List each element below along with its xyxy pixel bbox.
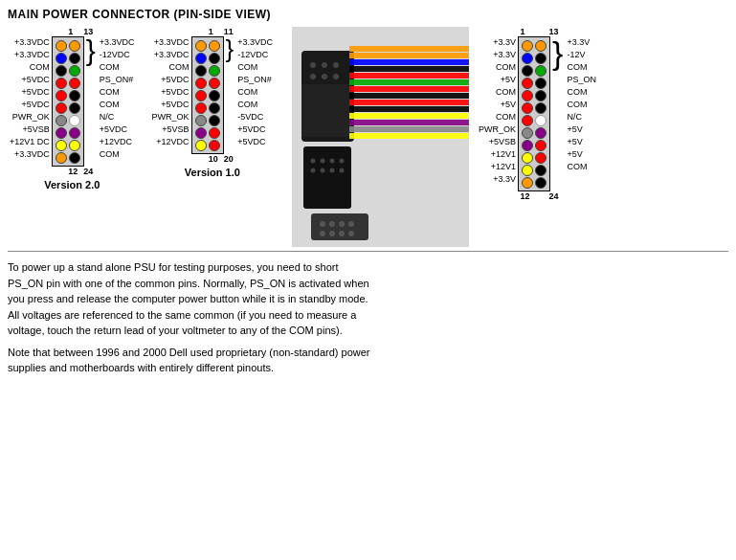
pin <box>209 102 220 114</box>
svg-rect-26 <box>349 100 469 105</box>
svg-point-17 <box>340 168 345 173</box>
pin <box>522 40 533 52</box>
pin <box>56 65 67 77</box>
pin <box>56 40 67 52</box>
svg-point-39 <box>339 231 345 236</box>
svg-rect-23 <box>349 79 469 85</box>
pin <box>209 140 220 151</box>
svg-rect-29 <box>349 120 469 125</box>
svg-point-14 <box>311 168 316 173</box>
pin <box>195 78 207 89</box>
svg-rect-9 <box>303 146 351 209</box>
v20-col1 <box>56 39 67 164</box>
pin <box>195 127 207 139</box>
v10-left-labels: +3.3VDC +3.3VDC COM +5VDC +5VDC +5VDC PW… <box>150 36 191 148</box>
pin <box>195 102 207 114</box>
pin <box>522 90 533 101</box>
svg-rect-24 <box>349 86 469 92</box>
v20-pins <box>52 36 84 167</box>
pin <box>195 40 207 52</box>
v20-body: +3.3VDC +3.3VDC COM +5VDC +5VDC +5VDC PW… <box>8 36 137 167</box>
v10-bottom-nums: 10 20 <box>188 154 237 164</box>
svg-point-15 <box>321 168 325 173</box>
svg-rect-27 <box>349 106 469 112</box>
pin <box>209 78 220 89</box>
svg-point-35 <box>339 221 345 227</box>
pin <box>522 165 533 176</box>
right-pins <box>518 36 550 191</box>
pin <box>535 78 546 89</box>
svg-rect-30 <box>349 126 469 132</box>
pin <box>195 65 207 77</box>
pin <box>535 140 546 151</box>
v20-col2 <box>69 39 80 164</box>
pin <box>69 127 80 139</box>
pin <box>69 40 80 52</box>
pin <box>56 127 67 139</box>
pin <box>535 90 546 101</box>
v10-col1 <box>195 39 207 151</box>
pin <box>195 90 207 101</box>
v20-bottom-nums: 12 24 <box>47 167 97 176</box>
pin <box>535 40 546 52</box>
v20-label: Version 2.0 <box>44 179 100 190</box>
v10-body: +3.3VDC +3.3VDC COM +5VDC +5VDC +5VDC PW… <box>150 36 275 154</box>
pin <box>209 53 220 64</box>
pin <box>522 127 533 139</box>
pin <box>209 90 220 101</box>
svg-rect-2 <box>301 84 354 137</box>
svg-point-5 <box>333 62 339 68</box>
diagram-right: 1 13 +3.3V +3.3V COM +5V COM +5V COM PWR… <box>477 27 598 201</box>
svg-point-7 <box>322 74 327 79</box>
pin <box>195 115 207 126</box>
pin <box>56 53 67 64</box>
v20-left-labels: +3.3VDC +3.3VDC COM +5VDC +5VDC +5VDC PW… <box>8 36 52 161</box>
svg-rect-31 <box>349 133 469 139</box>
right-right-labels: +3.3V -12V COM PS_ON COM COM N/C +5V +5V… <box>565 36 598 186</box>
pin <box>522 102 533 114</box>
pin <box>535 65 546 77</box>
svg-rect-25 <box>349 93 469 99</box>
v10-col2 <box>209 39 220 151</box>
svg-point-40 <box>348 231 354 236</box>
svg-rect-21 <box>349 66 469 72</box>
pin <box>522 53 533 64</box>
svg-rect-28 <box>349 113 469 119</box>
pin <box>522 65 533 77</box>
pin <box>69 152 80 164</box>
pin <box>195 53 207 64</box>
svg-point-8 <box>333 74 339 79</box>
main-container: MAIN POWER CONNECTOR (PIN-SIDE VIEW) 1 1… <box>0 0 736 560</box>
pin <box>56 115 67 126</box>
svg-point-34 <box>329 221 335 227</box>
diagram-v10: 1 11 +3.3VDC +3.3VDC COM +5VDC +5VDC +5V… <box>150 27 275 178</box>
right-col1 <box>522 39 533 189</box>
pin <box>209 65 220 77</box>
connector-photo <box>292 27 469 247</box>
pin <box>56 78 67 89</box>
svg-point-36 <box>348 221 354 227</box>
pin <box>522 140 533 151</box>
pin <box>56 102 67 114</box>
pin <box>69 78 80 89</box>
svg-point-6 <box>310 74 316 79</box>
svg-point-13 <box>340 159 345 164</box>
divider <box>8 251 728 252</box>
pin <box>56 90 67 101</box>
pin <box>69 115 80 126</box>
v10-pins <box>191 36 224 154</box>
v10-right-labels: +3.3VDC -12VDC COM PS_ON# COM COM -5VDC … <box>235 36 275 148</box>
page-title: MAIN POWER CONNECTOR (PIN-SIDE VIEW) <box>8 8 728 21</box>
pin <box>69 102 80 114</box>
svg-point-38 <box>329 231 335 236</box>
svg-rect-32 <box>311 213 368 240</box>
svg-rect-20 <box>349 59 469 65</box>
pin <box>522 177 533 189</box>
pin <box>535 165 546 176</box>
right-bottom-nums: 12 24 <box>513 191 563 201</box>
svg-point-11 <box>321 159 325 164</box>
svg-point-3 <box>310 62 316 68</box>
pin <box>535 115 546 126</box>
pin <box>535 152 546 164</box>
svg-point-4 <box>322 62 327 68</box>
